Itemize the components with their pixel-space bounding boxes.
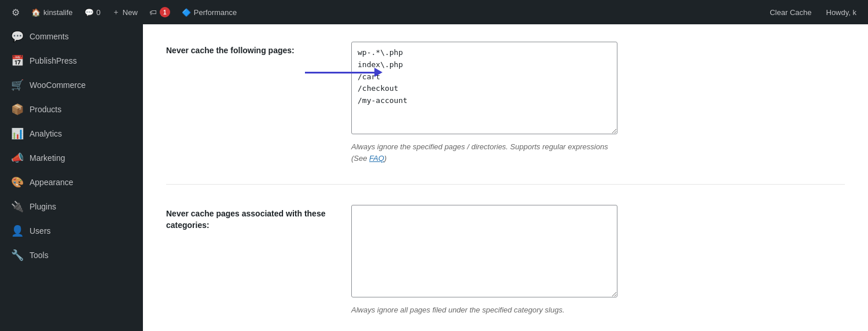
arrow-indicator — [305, 68, 382, 77]
admin-bar: ⚙ 🏠 kinstalife 💬 0 ＋ New 🏷 1 🔷 Performan… — [0, 0, 868, 24]
arrow-line — [305, 72, 374, 73]
publishpress-icon: 📅 — [11, 54, 24, 67]
sidebar-item-publishpress[interactable]: 📅 PublishPress — [0, 49, 143, 73]
sidebar: 💬 Comments 📅 PublishPress 🛒 WooCommerce … — [0, 24, 143, 331]
sidebar-item-tools[interactable]: 🔧 Tools — [0, 243, 143, 267]
never-cache-categories-help: Always ignore all pages filed under the … — [351, 304, 617, 316]
site-name-label: kinstalife — [43, 8, 73, 17]
comments-button[interactable]: 💬 0 — [79, 0, 106, 24]
arrow-head — [374, 68, 382, 77]
sidebar-item-label: Users — [30, 226, 51, 236]
comments-icon: 💬 — [84, 8, 94, 17]
never-cache-pages-label: Never cache the following pages: — [166, 42, 328, 57]
sidebar-item-users[interactable]: 👤 Users — [0, 219, 143, 243]
never-cache-categories-label: Never cache pages associated with these … — [166, 205, 328, 231]
content-area: Never cache the following pages: wp-.*\.… — [143, 24, 868, 331]
howdy-button[interactable]: Howdy, k — [821, 8, 863, 17]
comments-sidebar-icon: 💬 — [11, 30, 24, 43]
never-cache-categories-row: Never cache pages associated with these … — [166, 205, 845, 331]
faq-link[interactable]: FAQ — [369, 154, 384, 163]
wp-logo-button[interactable]: ⚙ — [6, 0, 25, 24]
comments-count: 0 — [97, 8, 101, 17]
sidebar-item-woocommerce[interactable]: 🛒 WooCommerce — [0, 73, 143, 97]
never-cache-pages-help: Always ignore the specified pages / dire… — [351, 141, 617, 164]
howdy-label: Howdy, k — [826, 8, 857, 17]
sidebar-item-products[interactable]: 📦 Products — [0, 97, 143, 122]
clear-cache-button[interactable]: Clear Cache — [764, 8, 817, 17]
sidebar-item-label: Comments — [30, 32, 69, 41]
products-icon: 📦 — [11, 103, 24, 116]
plugins-icon: 🔌 — [11, 200, 24, 213]
sidebar-item-label: Products — [30, 105, 61, 114]
sidebar-item-label: Appearance — [30, 178, 73, 187]
marketing-icon: 📣 — [11, 152, 24, 164]
home-icon: 🏠 — [31, 8, 41, 17]
sidebar-item-label: PublishPress — [30, 56, 77, 65]
plus-icon: ＋ — [112, 7, 120, 17]
sidebar-item-analytics[interactable]: 📊 Analytics — [0, 122, 143, 146]
yoast-badge: 1 — [160, 7, 170, 17]
wp-icon: ⚙ — [12, 7, 20, 18]
woocommerce-icon: 🛒 — [11, 79, 24, 91]
main-layout: 💬 Comments 📅 PublishPress 🛒 WooCommerce … — [0, 24, 868, 331]
never-cache-pages-field-wrap: wp-.*\.php index\.php /cart /checkout /m… — [351, 42, 845, 164]
users-icon: 👤 — [11, 225, 24, 237]
performance-label: Performance — [194, 8, 237, 17]
sidebar-item-label: Marketing — [30, 153, 65, 163]
analytics-icon: 📊 — [11, 127, 24, 140]
help-text-prefix: Always ignore the specified pages / dire… — [351, 142, 608, 163]
sidebar-item-label: WooCommerce — [30, 80, 86, 90]
never-cache-pages-row: Never cache the following pages: wp-.*\.… — [166, 42, 845, 185]
performance-button[interactable]: 🔷 Performance — [176, 0, 242, 24]
new-label: New — [123, 8, 138, 17]
appearance-icon: 🎨 — [11, 176, 24, 189]
site-name-button[interactable]: 🏠 kinstalife — [25, 0, 79, 24]
help-text-end: ) — [384, 154, 387, 163]
sidebar-item-appearance[interactable]: 🎨 Appearance — [0, 170, 143, 194]
clear-cache-label: Clear Cache — [770, 8, 811, 17]
performance-icon: 🔷 — [182, 8, 191, 17]
sidebar-item-comments[interactable]: 💬 Comments — [0, 24, 143, 49]
sidebar-item-label: Plugins — [30, 202, 56, 211]
tools-icon: 🔧 — [11, 249, 24, 262]
yoast-button[interactable]: 🏷 1 — [144, 0, 176, 24]
sidebar-item-plugins[interactable]: 🔌 Plugins — [0, 194, 143, 219]
sidebar-item-label: Tools — [30, 251, 49, 260]
new-button[interactable]: ＋ New — [106, 0, 144, 24]
never-cache-pages-textarea[interactable]: wp-.*\.php index\.php /cart /checkout /m… — [351, 42, 617, 134]
never-cache-categories-field-wrap: Always ignore all pages filed under the … — [351, 205, 845, 316]
yoast-icon: 🏷 — [149, 8, 157, 17]
sidebar-item-marketing[interactable]: 📣 Marketing — [0, 146, 143, 170]
never-cache-categories-textarea[interactable] — [351, 205, 617, 297]
sidebar-item-label: Analytics — [30, 129, 62, 138]
